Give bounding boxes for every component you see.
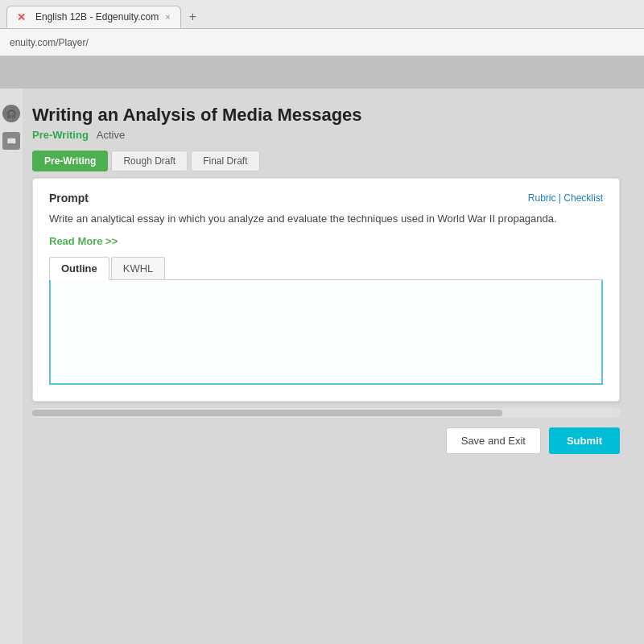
prompt-label: Prompt bbox=[49, 192, 89, 204]
tab-title: English 12B - Edgenuity.com bbox=[35, 11, 159, 23]
page-title: Writing an Analysis of Media Messages bbox=[32, 105, 620, 126]
sidebar-tools: 🎧 📖 bbox=[0, 89, 23, 644]
main-area: Writing an Analysis of Media Messages Pr… bbox=[0, 89, 644, 644]
action-buttons: Save and Exit Submit bbox=[32, 427, 620, 454]
new-tab-button[interactable]: + bbox=[181, 6, 204, 28]
browser-chrome: ✕ English 12B - Edgenuity.com × + enuity… bbox=[0, 0, 644, 56]
writing-textarea[interactable] bbox=[49, 280, 603, 385]
submit-button[interactable]: Submit bbox=[549, 427, 620, 454]
status-active: Active bbox=[97, 129, 125, 141]
tab-rough-draft[interactable]: Rough Draft bbox=[111, 151, 188, 171]
prompt-text: Write an analytical essay in which you a… bbox=[49, 211, 603, 227]
prompt-links: Rubric | Checklist bbox=[528, 192, 603, 204]
audio-tool-icon[interactable]: 🎧 bbox=[2, 105, 20, 122]
address-bar[interactable]: enuity.com/Player/ bbox=[0, 29, 644, 56]
status-prewriting: Pre-Writing bbox=[32, 129, 89, 141]
address-text: enuity.com/Player/ bbox=[10, 37, 89, 48]
tab-close-button[interactable]: × bbox=[165, 12, 170, 22]
prompt-header: Prompt Rubric | Checklist bbox=[49, 192, 603, 204]
book-tool-icon[interactable]: 📖 bbox=[2, 132, 20, 150]
tab-outline[interactable]: Outline bbox=[49, 257, 109, 280]
tab-prewriting[interactable]: Pre-Writing bbox=[32, 151, 108, 171]
stage-tabs: Pre-Writing Rough Draft Final Draft bbox=[32, 151, 620, 171]
inner-tabs: Outline KWHL bbox=[49, 257, 603, 280]
tab-kwhl[interactable]: KWHL bbox=[111, 257, 166, 279]
scrollbar-thumb bbox=[32, 410, 502, 416]
save-exit-button[interactable]: Save and Exit bbox=[446, 427, 541, 454]
tab-bar: ✕ English 12B - Edgenuity.com × + bbox=[0, 0, 644, 29]
scrollbar-area[interactable] bbox=[32, 408, 620, 418]
rubric-link[interactable]: Rubric bbox=[528, 192, 556, 204]
tab-final-draft[interactable]: Final Draft bbox=[191, 151, 259, 171]
checklist-link[interactable]: Checklist bbox=[564, 192, 603, 204]
read-more-link[interactable]: Read More >> bbox=[49, 235, 118, 247]
active-tab[interactable]: ✕ English 12B - Edgenuity.com × bbox=[6, 6, 181, 28]
page-title-section: Writing an Analysis of Media Messages Pr… bbox=[32, 105, 620, 141]
content-card: Prompt Rubric | Checklist Write an analy… bbox=[32, 178, 620, 402]
tab-error-icon: ✕ bbox=[17, 11, 26, 23]
status-row: Pre-Writing Active bbox=[32, 129, 620, 141]
